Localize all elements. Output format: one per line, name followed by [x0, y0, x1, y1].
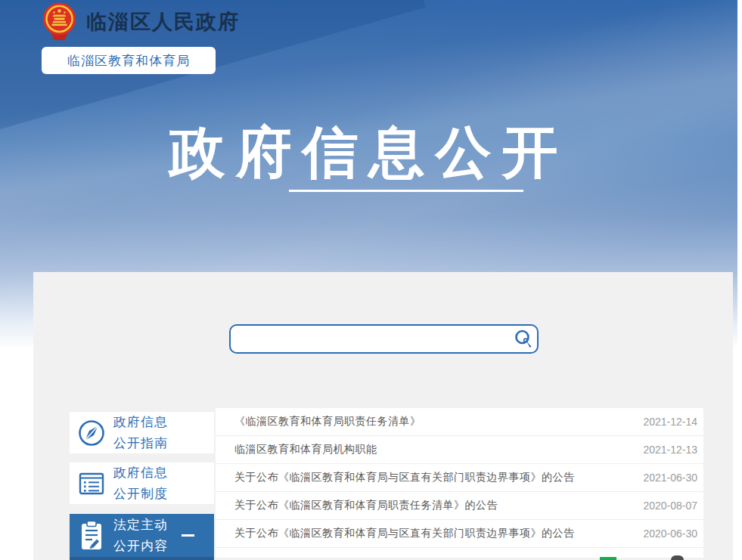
- label-line-1: 法定主动: [113, 518, 168, 532]
- article-link[interactable]: 关于公布《临淄区教育和体育局与区直有关部门职责边界事项》的公告: [234, 471, 629, 484]
- search-icon: [514, 329, 534, 349]
- sidebar-item-statutory-disclosure[interactable]: 法定主动 公开内容: [70, 514, 214, 557]
- list-item: 关于公布《临淄区教育和体育局与区直有关部门职责边界事项》的公告 2021-06-…: [216, 464, 703, 492]
- article-link[interactable]: 关于公布《临淄区教育和体育局职责任务清单》的公告: [234, 499, 629, 512]
- article-date: 2020-08-07: [643, 500, 697, 512]
- article-link[interactable]: 《临淄区教育和体育局职责任务清单》: [234, 415, 629, 429]
- article-date: 2021-12-14: [643, 416, 697, 428]
- title-underline: [289, 190, 523, 192]
- list-item: 关于公布《临淄区教育和体育局职责任务清单》的公告 2020-08-07: [216, 492, 703, 520]
- article-date: 2020-06-30: [643, 528, 697, 540]
- site-name: 临淄区人民政府: [86, 8, 240, 36]
- document-icon: [76, 469, 107, 499]
- list-item: 临淄区教育和体育局机构职能 2021-12-13: [216, 436, 703, 464]
- site-logo[interactable]: 临淄区人民政府: [42, 2, 240, 41]
- search-button[interactable]: [510, 326, 537, 352]
- article-list: 《临淄区教育和体育局职责任务清单》 2021-12-14 临淄区教育和体育局机构…: [216, 408, 703, 558]
- sidebar-item-guide[interactable]: 政府信息 公开指南: [70, 412, 214, 453]
- search-box: [229, 324, 539, 354]
- article-date: 2021-12-13: [643, 444, 697, 456]
- cutoff-dark-icon: [671, 555, 684, 560]
- sidebar-item-label: 法定主动 公开内容: [113, 515, 168, 557]
- list-item: 关于公布《临淄区教育和体育局与区直有关部门职责边界事项》的公告 2020-06-…: [216, 520, 703, 548]
- page-title: 政府信息公开: [0, 116, 737, 191]
- sidebar-next-card-edge: [70, 557, 214, 560]
- sidebar-item-label: 政府信息 公开指南: [113, 412, 168, 454]
- label-line-2: 公开指南: [113, 436, 168, 450]
- list-item-cutoff: [216, 548, 703, 558]
- china-national-emblem-icon: [42, 2, 77, 41]
- sidebar-item-system[interactable]: 政府信息 公开制度: [70, 463, 214, 504]
- article-link[interactable]: 临淄区教育和体育局机构职能: [234, 443, 629, 456]
- label-line-1: 政府信息: [113, 415, 168, 429]
- collapse-minus-icon[interactable]: [182, 534, 194, 537]
- article-date: 2021-06-30: [643, 472, 697, 484]
- compass-icon: [76, 419, 107, 447]
- clipboard-pen-icon: [76, 519, 107, 552]
- cutoff-green-icon: [600, 557, 616, 560]
- list-item: 《临淄区教育和体育局职责任务清单》 2021-12-14: [216, 408, 703, 436]
- department-tab-button[interactable]: 临淄区教育和体育局: [42, 47, 216, 74]
- label-line-2: 公开内容: [113, 539, 168, 553]
- label-line-1: 政府信息: [113, 466, 168, 480]
- search-input[interactable]: [231, 326, 510, 352]
- label-line-2: 公开制度: [113, 487, 168, 501]
- article-link[interactable]: 关于公布《临淄区教育和体育局与区直有关部门职责边界事项》的公告: [234, 527, 629, 540]
- sidebar-item-label: 政府信息 公开制度: [113, 463, 168, 505]
